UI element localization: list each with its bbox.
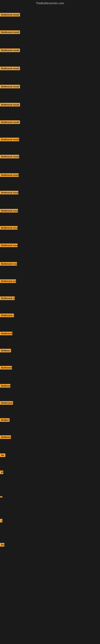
bottleneck-tag[interactable]: B [0,470,3,474]
bottleneck-tag-row: Bottleneck result [0,226,18,230]
bottleneck-tag[interactable]: Bottlene [0,349,11,352]
bottleneck-tag-row: Bottlenec [0,384,10,388]
bottleneck-tag-row: Bottleneck result [0,155,19,159]
bottleneck-tag-row: Bottleneck result [0,209,18,213]
bottleneck-tag[interactable]: Bottleneck resul [0,314,14,317]
bottleneck-tag-row: | [0,519,2,523]
bottleneck-tag[interactable] [0,496,2,498]
bottleneck-tag[interactable]: Bottleneck result [0,85,20,88]
bottleneck-tag-row: Bottleneck result [0,48,20,53]
bottleneck-tag[interactable]: Bottleneck result [0,226,18,230]
bottleneck-tag[interactable]: Bottleneck result [0,279,16,283]
bottleneck-tag-row: Bottleneck result [0,279,16,284]
bottleneck-tag[interactable]: Bottleneck result [0,66,20,70]
bottleneck-tag-row: Bottleneck [0,332,12,336]
bottleneck-tag[interactable]: Bottleneck result [0,173,19,177]
bottleneck-tag[interactable]: Bottleneck result [0,30,20,34]
bottleneck-tag[interactable]: Bottlenec [0,384,10,388]
site-title: TheBottlenecker.com [0,0,100,6]
bottleneck-tag-row: Bottleneck result [0,30,20,35]
bottleneck-tag[interactable]: Bottleneck result [0,103,20,106]
bottleneck-tag-row: Bottleneck result [0,85,20,89]
bottleneck-tag-row [0,495,2,498]
bottleneck-tag[interactable]: Bottleneck result [0,262,17,266]
bottleneck-tag-row: Bo [0,454,5,458]
bottleneck-tag-row: Bottleneck resul [0,314,14,318]
bottleneck-tag[interactable]: Bottleneck result [0,48,20,52]
bottleneck-tag-row: Bottleneck [0,435,11,440]
bottleneck-tag[interactable]: Bottleneck re [0,296,15,300]
bottleneck-tag[interactable]: Bottleneck result [0,155,19,158]
bottleneck-tag-row: Bottlen [0,418,10,422]
bottleneck-tag-row: Bottleneck re [0,401,13,406]
bottleneck-tag[interactable]: Bottleneck result [0,138,19,141]
bottleneck-tag-row: Bottleneck result [0,138,19,142]
bottleneck-tag-row: Bottleneck result [0,262,17,266]
bottleneck-tag[interactable]: Bot [0,543,4,546]
bottleneck-tag[interactable]: Bottlen [0,418,10,422]
bottleneck-tag[interactable]: Bottleneck [0,366,12,370]
bottleneck-tag[interactable]: Bottleneck result [0,13,20,16]
bottleneck-tag[interactable]: Bottleneck result [0,209,18,212]
bottleneck-tag-row: Bottleneck [0,366,12,370]
bottleneck-tag[interactable]: Bo [0,454,5,457]
bottleneck-tag[interactable]: Bottleneck re [0,401,13,405]
bottleneck-tag[interactable]: Bottleneck [0,435,11,439]
bottleneck-tag-row: B [0,470,3,475]
bottleneck-tag-row: Bottleneck re [0,296,15,301]
bottleneck-tag[interactable]: Bottleneck result [0,120,20,124]
bottleneck-tag-row: Bottlene [0,349,11,353]
bottleneck-tag-row: Bottleneck result [0,120,20,125]
bottleneck-tag-row: Bottleneck result [0,103,20,107]
bottleneck-tag[interactable]: Bottleneck result [0,244,18,247]
bottleneck-tag-row: Bottleneck result [0,173,19,178]
bottleneck-tag-row: Bot [0,543,4,548]
bottleneck-tag[interactable]: | [0,519,2,522]
bottleneck-tag[interactable]: Bottleneck result [0,191,18,194]
bottleneck-tag-row: Bottleneck result [0,191,18,195]
bottleneck-tag-row: Bottleneck result [0,13,20,17]
bottleneck-tag-row: Bottleneck result [0,244,18,248]
bottleneck-tag[interactable]: Bottleneck [0,332,12,335]
bottleneck-tag-row: Bottleneck result [0,66,20,71]
